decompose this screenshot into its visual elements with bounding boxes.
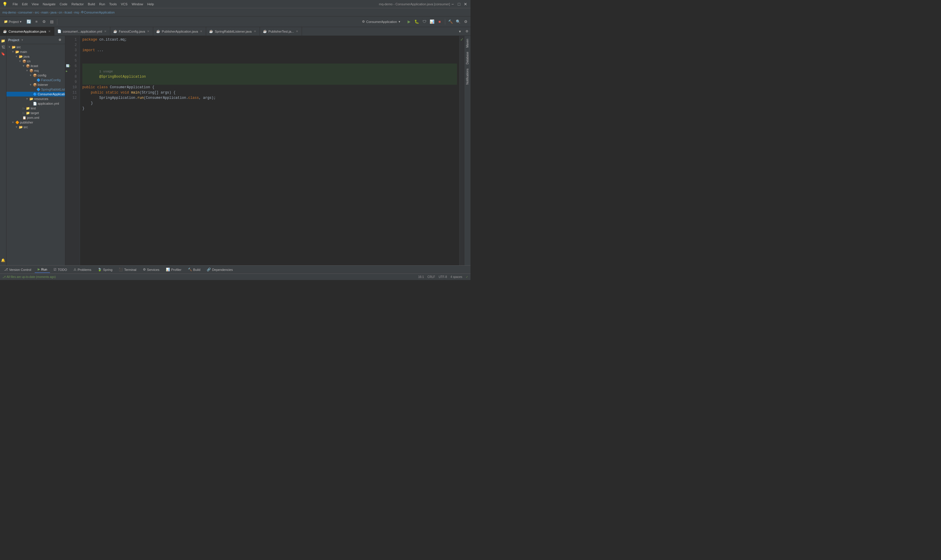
menu-item-run[interactable]: Run bbox=[97, 2, 107, 6]
menu-item-build[interactable]: Build bbox=[86, 2, 97, 6]
tree-item-config[interactable]: ▼ 📦 config bbox=[6, 73, 65, 78]
search-button[interactable]: 🔍 bbox=[455, 18, 462, 25]
tree-item-resources[interactable]: ▼ 📂 resources bbox=[6, 97, 65, 101]
problems-tab[interactable]: ⚠ Problems bbox=[71, 266, 94, 273]
tab-close-button[interactable]: ✕ bbox=[103, 30, 107, 33]
breadcrumb-item[interactable]: ⚙ bbox=[81, 10, 84, 14]
breadcrumb-item[interactable]: mq bbox=[74, 11, 78, 14]
run-button[interactable]: ▶ bbox=[406, 18, 412, 25]
tree-item-fanout-config[interactable]: ▷ 🔷 FanoutConfig bbox=[6, 78, 65, 82]
breadcrumb-item[interactable]: main bbox=[41, 11, 48, 14]
tree-item-pom-xml[interactable]: ▷ 📋 pom.xml bbox=[6, 115, 65, 120]
breadcrumb-item[interactable]: src bbox=[35, 11, 39, 14]
stop-button[interactable]: ■ bbox=[436, 18, 443, 25]
project-tool-button[interactable]: 📁 bbox=[1, 38, 6, 43]
notifications-tool-button[interactable]: 🔔 bbox=[1, 258, 6, 263]
settings-button[interactable]: ⚙ bbox=[462, 18, 469, 25]
build-tab[interactable]: 🔨 Build bbox=[185, 266, 203, 273]
profiler-tab[interactable]: 📊 Profiler bbox=[163, 266, 185, 273]
tab-application-yml[interactable]: 📄 consumer\...application.yml ✕ bbox=[54, 27, 110, 36]
breadcrumb-item[interactable]: consumer bbox=[18, 11, 32, 14]
terminal-tab[interactable]: ⬛ Terminal bbox=[116, 266, 139, 273]
services-tab[interactable]: ⚙ Services bbox=[140, 266, 162, 273]
tab-close-button[interactable]: ✕ bbox=[146, 30, 150, 33]
tabs-settings-button[interactable]: ⚙ bbox=[463, 28, 470, 35]
tree-item-java[interactable]: ▼ 📂 java bbox=[6, 54, 65, 59]
project-selector[interactable]: 📁Project▼ bbox=[1, 18, 25, 25]
indent-info[interactable]: 4 spaces bbox=[451, 275, 462, 278]
menu-bar[interactable]: FileEditViewNavigateCodeRefactorBuildRun… bbox=[11, 2, 379, 6]
menu-item-window[interactable]: Window bbox=[130, 2, 145, 6]
todo-tab[interactable]: ☑ TODO bbox=[51, 266, 70, 273]
tree-item-publisher[interactable]: ▼ 🔶 publisher bbox=[6, 120, 65, 125]
profile-button[interactable]: 📊 bbox=[429, 18, 435, 25]
database-panel-button[interactable]: Database bbox=[465, 50, 470, 66]
tab-publisher-application[interactable]: ☕ PublisherApplication.java ✕ bbox=[153, 27, 206, 36]
minimize-button[interactable]: − bbox=[450, 2, 455, 7]
tree-item-listener[interactable]: ▼ 📦 listener bbox=[6, 82, 65, 87]
menu-item-code[interactable]: Code bbox=[58, 2, 69, 6]
tab-consumer-application[interactable]: ☕ ConsumerApplication.java ✕ bbox=[0, 27, 54, 36]
bookmark-tool-button[interactable]: 🔖 bbox=[1, 51, 6, 57]
tree-item-mq[interactable]: ▼ 📦 mq bbox=[6, 68, 65, 73]
breadcrumb-item[interactable]: cn bbox=[59, 11, 62, 14]
tab-close-button[interactable]: ✕ bbox=[48, 30, 51, 33]
tab-close-button[interactable]: ✕ bbox=[295, 30, 299, 33]
expand-arrow: ▼ bbox=[29, 74, 32, 77]
tree-item-consumer-application[interactable]: ▷ 🔷 ConsumerApplication bbox=[6, 92, 65, 97]
breadcrumb-item[interactable]: ConsumerApplication bbox=[84, 11, 115, 14]
module-icon: 🔶 bbox=[15, 120, 19, 125]
menu-item-refactor[interactable]: Refactor bbox=[70, 2, 86, 6]
run-tab[interactable]: ▶ Run bbox=[35, 266, 50, 273]
breadcrumb-item[interactable]: itcast bbox=[65, 11, 72, 14]
filter-btn[interactable]: ⚙ bbox=[41, 18, 48, 25]
charset[interactable]: UTF-8 bbox=[439, 275, 447, 278]
tree-item-spring-rabbit-listener[interactable]: ▷ 🔷 SpringRabbitListener bbox=[6, 87, 65, 92]
tree-item-itcast[interactable]: ▼ 📦 itcast bbox=[6, 63, 65, 68]
tree-item-publisher-src[interactable]: ▼ 📂 src bbox=[6, 125, 65, 129]
gutter-icon[interactable]: ▶ bbox=[69, 63, 71, 69]
tree-item-target[interactable]: ▷ 📁 target bbox=[6, 111, 65, 115]
collapse-btn[interactable]: ▤ bbox=[48, 18, 55, 25]
gutter-icon[interactable]: ▶ bbox=[66, 69, 68, 74]
tree-item-main[interactable]: ▼ 📂 main bbox=[6, 49, 65, 54]
menu-item-tools[interactable]: Tools bbox=[107, 2, 118, 6]
build-button[interactable]: 🔨 bbox=[447, 18, 454, 25]
spring-tab[interactable]: 🍃 Spring bbox=[95, 266, 115, 273]
close-button[interactable]: ✕ bbox=[463, 2, 468, 7]
notifications-panel-button[interactable]: Notifications bbox=[465, 67, 470, 86]
sync-btn[interactable]: 🔄 bbox=[25, 18, 32, 25]
sort-btn[interactable]: ≡ bbox=[33, 18, 40, 25]
maven-panel-button[interactable]: Maven bbox=[465, 37, 470, 49]
structure-tool-button[interactable]: 🏗 bbox=[1, 45, 6, 50]
version-control-tab[interactable]: ⎇ Version Control bbox=[1, 266, 34, 273]
tab-publisher-test[interactable]: ☕ PublisherTest.ja... ✕ bbox=[260, 27, 302, 36]
tree-item-application-yml[interactable]: ▷ 📄 application.yml bbox=[6, 101, 65, 106]
tree-item-src[interactable]: ▼ 📂 src bbox=[6, 45, 65, 49]
menu-item-file[interactable]: File bbox=[11, 2, 20, 6]
tab-close-button[interactable]: ✕ bbox=[253, 30, 257, 33]
dependencies-tab[interactable]: 🔗 Dependencies bbox=[204, 266, 235, 273]
tabs-menu-button[interactable]: ▼ bbox=[457, 28, 463, 35]
tree-item-test[interactable]: ▷ 📁 test bbox=[6, 106, 65, 111]
line-ending[interactable]: CRLF bbox=[427, 275, 435, 278]
folder-icon: 📁 bbox=[26, 106, 30, 110]
breadcrumb-item[interactable]: java bbox=[51, 11, 57, 14]
menu-item-help[interactable]: Help bbox=[146, 2, 156, 6]
run-config-selector[interactable]: ⚙ConsumerApplication▼ bbox=[358, 18, 405, 25]
menu-item-edit[interactable]: Edit bbox=[20, 2, 29, 6]
sidebar-settings[interactable]: ⚙ bbox=[56, 37, 63, 43]
coverage-button[interactable]: 🛡 bbox=[421, 18, 428, 25]
tree-item-cn[interactable]: ▼ 📦 cn bbox=[6, 59, 65, 63]
tab-fanout-config[interactable]: ☕ FanoutConfig.java ✕ bbox=[110, 27, 153, 36]
maximize-button[interactable]: □ bbox=[457, 2, 462, 7]
menu-item-navigate[interactable]: Navigate bbox=[41, 2, 57, 6]
menu-item-view[interactable]: View bbox=[30, 2, 41, 6]
menu-item-vcs[interactable]: VCS bbox=[119, 2, 129, 6]
tab-spring-rabbit-listener[interactable]: ☕ SpringRabbitListener.java ✕ bbox=[206, 27, 260, 36]
debug-button[interactable]: 🐛 bbox=[413, 18, 420, 25]
window-controls[interactable]: − □ ✕ bbox=[450, 2, 468, 7]
code-editor[interactable]: package cn.itcast.mq; import ... 1 usage… bbox=[80, 36, 459, 265]
breadcrumb-item[interactable]: mq-demo bbox=[2, 11, 16, 14]
tab-close-button[interactable]: ✕ bbox=[199, 30, 203, 33]
